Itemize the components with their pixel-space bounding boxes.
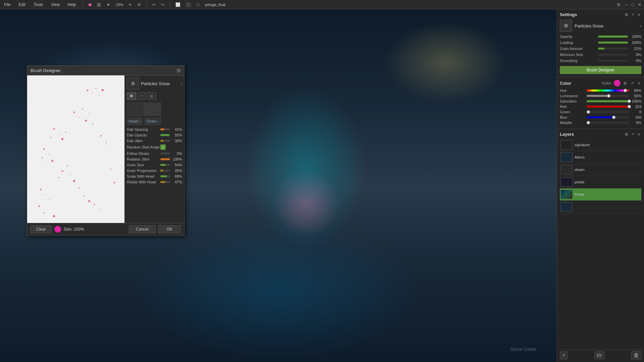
layer-portal-thumb — [560, 190, 573, 199]
hue-track[interactable] — [587, 89, 629, 92]
dialog-preview-tab-dots[interactable]: ·· — [127, 103, 144, 116]
share-icon: ⬡ — [196, 2, 200, 7]
layer-petals[interactable]: petals — [560, 176, 641, 188]
layers-expand-icon[interactable]: ∨ — [637, 132, 641, 137]
frame-icon: ⬜ — [175, 2, 180, 7]
settings-share-icon[interactable]: ↗ — [630, 12, 635, 17]
svg-point-9 — [85, 120, 87, 122]
grain-progression-track[interactable] — [160, 170, 170, 172]
settings-icon[interactable]: ⚙ — [617, 2, 621, 7]
dialog-brush-arrow[interactable]: › — [181, 81, 182, 86]
brush-preview-row: ❄ Particles Snow › — [560, 20, 641, 32]
head-link[interactable]: Head › — [127, 118, 142, 125]
dab-opacity-track[interactable] — [160, 134, 170, 136]
layer-signature-thumb — [560, 140, 573, 149]
dialog-tab-settings[interactable]: ⚙ — [127, 92, 136, 100]
blue-track[interactable] — [587, 116, 629, 118]
layer-steam-name: steam — [575, 168, 585, 172]
layers-grid-icon[interactable]: ⊞ — [624, 132, 629, 137]
rotate-head-row: Rotate With Head 47% — [127, 180, 182, 184]
svg-point-42 — [107, 176, 108, 177]
color-expand-icon[interactable]: ∨ — [637, 81, 641, 86]
grain-size-track[interactable] — [160, 164, 170, 166]
rotation-jitter-value: 100% — [170, 157, 182, 161]
opacity-track[interactable] — [598, 36, 628, 38]
min-size-track[interactable] — [598, 54, 628, 56]
dab-jitter-track[interactable] — [160, 140, 170, 142]
footer-color-swatch[interactable] — [54, 226, 61, 233]
grain-link[interactable]: Grain › — [145, 118, 161, 125]
svg-point-43 — [114, 182, 115, 184]
grain-size-label: Grain Size — [127, 163, 160, 167]
settings-grid-icon[interactable]: ⊞ — [624, 12, 629, 17]
layer-aliens[interactable]: Aliens — [560, 151, 641, 164]
rotate-head-fill — [160, 181, 165, 183]
close-window-icon[interactable]: ✕ — [638, 2, 641, 7]
settings-expand-icon[interactable]: ∨ — [637, 12, 641, 17]
cancel-button[interactable]: Cancel — [129, 225, 155, 233]
ok-button[interactable]: OK — [158, 225, 181, 233]
menu-edit[interactable]: Edit — [17, 2, 27, 8]
grain-amount-track[interactable] — [598, 48, 628, 50]
color-share-icon[interactable]: ↗ — [630, 81, 635, 86]
luminance-track[interactable] — [587, 95, 629, 97]
follow-stroke-track[interactable] — [160, 153, 170, 155]
smoothing-track[interactable] — [598, 60, 628, 62]
metallic-track[interactable] — [587, 122, 629, 124]
dab-spacing-track[interactable] — [160, 128, 170, 130]
layer-aliens-thumb — [560, 153, 573, 162]
settings-brush-arrow[interactable]: › — [640, 23, 641, 28]
cross-icon[interactable]: ✕ — [137, 2, 141, 7]
layers-title: Layers — [560, 132, 574, 137]
minimize-icon[interactable]: ─ — [625, 2, 628, 7]
red-track[interactable] — [587, 106, 629, 108]
svg-point-22 — [45, 164, 46, 165]
saturation-track[interactable] — [587, 100, 629, 102]
rotation-jitter-track[interactable] — [160, 158, 170, 160]
menu-tools[interactable]: Tools — [32, 2, 44, 8]
redo-icon[interactable]: ↪ — [161, 2, 164, 7]
layer-6[interactable] — [560, 201, 641, 213]
right-panel: Settings ⊞ ↗ ∨ ❄ Particles Snow › Opacit… — [557, 9, 644, 362]
color-swatch[interactable] — [614, 80, 621, 86]
grain-progression-fill — [160, 170, 163, 172]
layers-section: Layers ⊞ ↗ ∨ signature Aliens steam — [557, 129, 644, 362]
min-size-value: 0% — [629, 53, 641, 57]
layers-add-btn[interactable]: + — [560, 351, 568, 359]
menu-file[interactable]: File — [3, 2, 12, 8]
menu-sep-2 — [147, 2, 147, 7]
brush-designer-dialog: Brush Designer ⊟ — [27, 65, 184, 236]
layers-delete-btn[interactable]: 🗑 — [631, 351, 641, 359]
dab-spacing-row: Dab Spacing 41% — [127, 127, 182, 131]
scale-head-track[interactable] — [160, 175, 170, 177]
rotate-head-track[interactable] — [160, 181, 170, 183]
loading-track[interactable] — [598, 42, 628, 44]
svg-point-45 — [109, 149, 110, 150]
layers-folder-btn[interactable]: 🗁 — [594, 351, 604, 359]
dialog-tab-target[interactable]: ◎ — [147, 92, 156, 100]
undo-icon[interactable]: ↩ — [152, 2, 156, 7]
dialog-preview-tab-stroke[interactable] — [144, 103, 161, 116]
svg-point-26 — [58, 177, 60, 178]
clear-button[interactable]: Clear — [31, 225, 52, 233]
plus-icon[interactable]: + — [128, 2, 131, 8]
layer-steam[interactable]: steam — [560, 164, 641, 176]
svg-point-14 — [50, 137, 51, 138]
color-grid-icon[interactable]: ⊞ — [623, 81, 628, 86]
dialog-tab-curve[interactable]: ~ — [138, 92, 146, 100]
random-start-checkbox[interactable]: ✓ — [160, 144, 166, 150]
dialog-titlebar[interactable]: Brush Designer ⊟ — [27, 66, 184, 75]
saturation-label: Saturation — [560, 99, 587, 103]
maximize-icon[interactable]: □ — [632, 2, 634, 7]
layers-share-icon[interactable]: ↗ — [630, 132, 635, 137]
layer-signature[interactable]: signature — [560, 139, 641, 151]
menu-view[interactable]: View — [50, 2, 61, 8]
green-track[interactable] — [587, 111, 629, 113]
dialog-close-icon[interactable]: ⊟ — [177, 68, 181, 73]
menu-help[interactable]: Help — [66, 2, 77, 8]
layer-portal[interactable]: Portal — [560, 188, 641, 201]
dialog-brush-header: ❄ Particles Snow › — [127, 77, 182, 89]
brush-designer-button[interactable]: Brush Designer — [560, 66, 641, 74]
menu-sep-1 — [83, 2, 83, 7]
smoothing-label: Smoothing — [560, 59, 597, 63]
